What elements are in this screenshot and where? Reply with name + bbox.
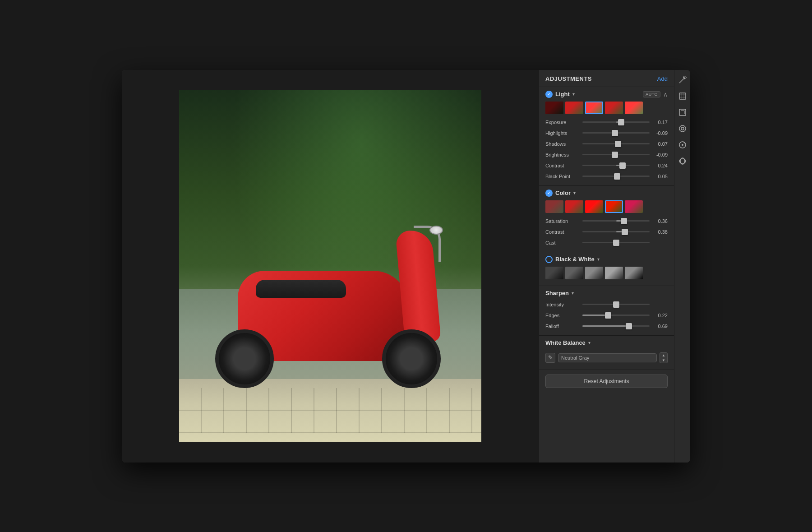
light-label[interactable]: Light	[555, 91, 570, 97]
saturation-label: Saturation	[545, 218, 581, 224]
scooter	[202, 199, 450, 388]
shadows-row: Shadows 0.07	[539, 139, 674, 149]
sharpen-section-header[interactable]: Sharpen ▾	[539, 286, 674, 299]
falloff-row: Falloff 0.69	[539, 321, 674, 332]
intensity-label: Intensity	[545, 302, 581, 307]
photo-canvas	[179, 90, 481, 442]
bw-thumb-2[interactable]	[565, 267, 583, 279]
highlights-label: Highlights	[545, 130, 581, 136]
saturation-track[interactable]	[582, 217, 650, 225]
sharpen-label[interactable]: Sharpen	[545, 290, 569, 296]
color-thumb-4-active[interactable]	[605, 200, 623, 213]
crop-tool[interactable]	[677, 91, 688, 102]
edges-track[interactable]	[582, 311, 650, 319]
svg-point-13	[682, 144, 683, 146]
bw-header-left: Black & White ▾	[545, 256, 600, 263]
light-thumb-5[interactable]	[625, 102, 643, 114]
color-wheel-tool[interactable]	[677, 123, 688, 134]
light-thumb-1[interactable]	[545, 102, 563, 114]
svg-point-10	[679, 125, 686, 132]
blackpoint-track[interactable]	[582, 172, 650, 180]
exposure-value: 0.17	[651, 120, 668, 125]
light-section: ✓ Light ▾ AUTO ∧ Exposure	[539, 87, 674, 186]
bw-checkbox[interactable]	[545, 256, 553, 263]
falloff-value: 0.69	[651, 324, 668, 329]
blackpoint-thumb[interactable]	[614, 173, 620, 180]
wb-label[interactable]: White Balance	[545, 339, 586, 346]
light-header-left: ✓ Light ▾	[545, 91, 575, 98]
light-thumb-2[interactable]	[565, 102, 583, 114]
tools-sidebar	[674, 70, 690, 463]
light-thumb-3-active[interactable]	[585, 102, 603, 114]
edges-thumb[interactable]	[605, 312, 611, 319]
bw-thumb-5[interactable]	[625, 267, 643, 279]
intensity-track[interactable]	[582, 301, 650, 309]
shadows-track[interactable]	[582, 140, 650, 148]
light-thumb-4[interactable]	[605, 102, 623, 114]
brightness-track[interactable]	[582, 151, 650, 159]
wb-header-left: White Balance ▾	[545, 339, 591, 346]
light-collapse[interactable]: ∧	[663, 91, 668, 98]
filter-tool[interactable]	[677, 139, 688, 150]
highlights-thumb[interactable]	[612, 130, 618, 136]
intensity-row: Intensity	[539, 299, 674, 310]
svg-line-1	[685, 76, 686, 77]
adjustments-panel: ADJUSTMENTS Add ✓ Light ▾ AUTO ∧	[539, 70, 674, 463]
color-section: ✓ Color ▾ Saturation	[539, 186, 674, 252]
check-icon: ✓	[547, 92, 551, 97]
color-contrast-track[interactable]	[582, 228, 650, 236]
sharpen-section: Sharpen ▾ Intensity Edges	[539, 286, 674, 336]
cast-thumb[interactable]	[613, 240, 619, 246]
auto-badge[interactable]: AUTO	[643, 91, 660, 97]
bw-thumb-4[interactable]	[605, 267, 623, 279]
falloff-thumb[interactable]	[626, 323, 632, 329]
bw-label[interactable]: Black & White	[555, 256, 595, 263]
bw-thumb-3[interactable]	[585, 267, 603, 279]
shadows-thumb[interactable]	[615, 141, 621, 147]
wb-dropdown[interactable]: Neutral Gray	[558, 353, 657, 362]
color-header-left: ✓ Color ▾	[545, 190, 576, 197]
cast-track[interactable]	[582, 239, 650, 247]
contrast-thumb[interactable]	[619, 162, 626, 169]
exposure-track[interactable]	[582, 118, 650, 126]
color-section-header[interactable]: ✓ Color ▾	[539, 186, 674, 199]
contrast-track[interactable]	[582, 162, 650, 170]
reset-adjustments-button[interactable]: Reset Adjustments	[545, 375, 668, 388]
bw-section: Black & White ▾	[539, 252, 674, 286]
exposure-row: Exposure 0.17	[539, 117, 674, 128]
intensity-thumb[interactable]	[613, 301, 619, 308]
color-label[interactable]: Color	[555, 190, 571, 196]
bw-section-header[interactable]: Black & White ▾	[539, 252, 674, 266]
wb-stepper-up[interactable]: ▲	[660, 353, 667, 358]
color-thumb-2[interactable]	[565, 200, 583, 213]
color-contrast-label: Contrast	[545, 229, 581, 235]
light-checkbox[interactable]: ✓	[545, 91, 553, 98]
wb-stepper-down[interactable]: ▼	[660, 358, 667, 363]
brightness-thumb[interactable]	[612, 152, 618, 158]
bw-thumb-1[interactable]	[545, 267, 563, 279]
retouch-tool[interactable]	[677, 156, 688, 167]
saturation-thumb[interactable]	[621, 218, 627, 224]
highlights-row: Highlights -0.09	[539, 128, 674, 139]
light-header-right: AUTO ∧	[643, 91, 668, 98]
sharpen-chevron: ▾	[572, 291, 574, 296]
wb-section-header[interactable]: White Balance ▾	[539, 336, 674, 349]
light-section-header[interactable]: ✓ Light ▾ AUTO ∧	[539, 87, 674, 101]
wb-eyedropper[interactable]: ✎	[545, 353, 555, 363]
color-thumb-1[interactable]	[545, 200, 563, 213]
falloff-track[interactable]	[582, 322, 650, 330]
scooter-mirror	[429, 226, 443, 235]
falloff-label: Falloff	[545, 324, 581, 329]
wand-tool[interactable]	[677, 74, 688, 85]
highlights-track[interactable]	[582, 129, 650, 137]
color-thumb-3[interactable]	[585, 200, 603, 213]
exposure-thumb[interactable]	[618, 119, 624, 125]
transform-tool[interactable]	[677, 107, 688, 118]
color-checkbox[interactable]: ✓	[545, 190, 553, 197]
contrast-label: Contrast	[545, 163, 581, 168]
bw-chevron: ▾	[597, 257, 600, 262]
scooter-wheel-back	[215, 329, 274, 388]
color-thumb-5[interactable]	[625, 200, 643, 213]
color-contrast-thumb[interactable]	[622, 229, 628, 235]
add-button[interactable]: Add	[657, 75, 668, 82]
